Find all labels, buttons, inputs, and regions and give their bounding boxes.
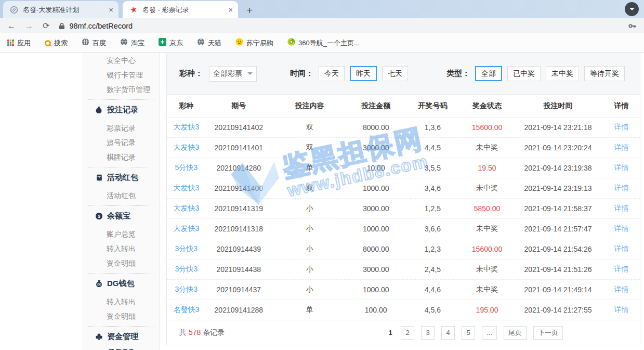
type-filter-button[interactable]: 等待开奖 [584,66,625,81]
sidebar-item[interactable]: 彩票记录 [83,121,160,135]
browser-tab-inactive[interactable]: 名發-大发精准计划 × [3,1,119,18]
sidebar-section-header[interactable]: 投注记录 [83,102,160,117]
cell-amount: 3000.00 [348,265,404,274]
time-filter-button[interactable]: 昨天 [350,66,377,81]
sidebar-item[interactable]: 棋牌记录 [83,150,160,164]
sidebar-section-label: 资金管理 [107,332,138,342]
page-button[interactable]: ... [482,326,497,340]
cell-time: 2021-09-14 21:51:26 [513,265,603,274]
sidebar-section-header[interactable]: DGDG钱包 [83,276,160,291]
table-row: 3分快320210914439小8000.001,2,315600.002021… [167,239,640,260]
sidebar-divider [88,273,154,274]
reload-icon[interactable]: ⟳ [43,22,49,30]
sidebar-item[interactable]: 活动红包 [83,188,160,203]
bet-record-panel: 彩种： 全部彩票 时间： 今天昨天七天 类型： 全部已中奖未中奖等待开奖 彩种期… [166,53,640,345]
tab-title: 名發 - 彩票记录 [142,5,224,15]
detail-link[interactable]: 详情 [603,265,640,274]
apps-grid-icon [7,40,14,46]
sidebar-section-header[interactable]: 资金管理 [83,329,160,344]
browser-tab-active[interactable]: ★ 名發 - 彩票记录 × [123,1,238,18]
cell-amount: 100.00 [348,306,404,314]
sidebar-item[interactable]: 转入转出 [83,294,160,309]
type-filter-button[interactable]: 全部 [475,66,502,81]
type-filter-button[interactable]: 已中奖 [507,66,541,81]
column-header: 奖金状态 [461,101,513,111]
sidebar-item[interactable]: 银行卡管理 [83,68,160,82]
detail-link[interactable]: 详情 [603,143,640,152]
sidebar-section-header[interactable]: $余额宝 [83,209,160,223]
url-text[interactable]: 98mf.cc/betRecord [69,22,133,30]
new-tab-button[interactable]: + [246,5,253,16]
tab-close-icon[interactable]: × [109,5,113,14]
page-button[interactable]: 5 [462,326,475,340]
sidebar-item[interactable]: 安全中心 [83,53,160,68]
red-packet-icon [95,174,103,182]
striped-circle-icon [9,5,19,15]
lion-icon [235,38,243,48]
bookmark-tmall[interactable]: 天猫 [197,38,221,48]
forward-icon[interactable]: → [25,22,33,30]
time-filter-group: 今天昨天七天 [313,66,408,81]
detail-link[interactable]: 详情 [603,184,640,193]
type-filter-button[interactable]: 未中奖 [546,66,579,81]
browser-tab-bar: 名發-大发精准计划 × ★ 名發 - 彩票记录 × + [0,0,644,18]
bookmark-apps[interactable]: 应用 [7,38,31,48]
detail-link[interactable]: 详情 [603,285,640,294]
browser-menu-circle-icon[interactable] [625,2,639,16]
cell-time: 2021-09-14 23:19:38 [513,164,603,172]
sidebar-item[interactable]: 追号记录 [83,135,160,150]
page-button[interactable]: 2 [401,326,414,340]
cell-amount: 1000.00 [348,225,404,233]
column-header: 彩种 [167,101,206,111]
cell-status: 5850.00 [461,204,513,213]
time-filter-button[interactable]: 今天 [319,66,345,81]
cell-lottery: 3分快3 [167,244,206,254]
sidebar-item[interactable]: 转入转出 [83,241,160,256]
detail-link[interactable]: 详情 [603,163,640,173]
detail-link[interactable]: 详情 [603,204,640,213]
cell-amount: 3000.00 [348,204,404,213]
cell-status: 未中奖 [461,143,513,152]
cell-content: 双 [272,184,348,193]
detail-link[interactable]: 详情 [603,123,640,132]
next-page-button[interactable]: 下一页 [533,326,563,340]
bookmark-360nav[interactable]: 360导航_一个主页... [287,38,360,48]
back-icon[interactable]: ← [7,22,16,30]
tab-close-icon[interactable]: × [228,5,233,14]
cell-content: 单 [272,305,348,315]
lottery-select[interactable]: 全部彩票 [209,66,257,82]
cell-issue: 202109141319 [206,204,272,213]
bookmark-suning[interactable]: 苏宁易购 [235,38,273,48]
bookmark-taobao[interactable]: 淘宝 [120,38,144,48]
last-page-button[interactable]: 尾页 [504,326,527,340]
cell-issue: 202109141402 [206,123,272,132]
sidebar-item[interactable]: 账户总览 [83,227,160,241]
cell-lottery: 大发快3 [167,184,206,193]
globe-icon [197,38,205,48]
sidebar-item[interactable]: 资金明细 [83,309,160,323]
lottery-select-value: 全部彩票 [213,69,242,79]
key-icon[interactable] [628,22,637,30]
sidebar-item[interactable]: 数字货币管理 [83,82,160,97]
bookmark-baidu[interactable]: 百度 [82,38,106,48]
cell-time: 2021-09-14 21:27:55 [513,306,603,314]
sidebar-section-header[interactable]: 活动红包 [83,170,160,185]
detail-link[interactable]: 详情 [603,224,640,234]
detail-link[interactable]: 详情 [603,305,640,315]
cell-status: 15600.00 [461,245,513,253]
detail-link[interactable]: 详情 [603,244,640,254]
column-header: 期号 [206,101,272,111]
bookmark-jd[interactable]: 京东 [159,38,183,48]
bookmark-label: 淘宝 [131,38,144,48]
cell-issue: 202109141318 [206,225,272,233]
cell-numbers: 3,5,5 [404,164,461,172]
cell-issue: 20210914438 [206,265,272,274]
page-button[interactable]: 3 [421,326,435,340]
page-button[interactable]: 4 [441,326,455,340]
cell-status: 未中奖 [461,265,513,274]
table-row: 5分快320210914280单10.003,5,519.502021-09-1… [167,158,640,178]
time-filter-button[interactable]: 七天 [382,66,408,81]
pagination-bar: 共578条记录 12345...尾页下一页 [167,320,640,345]
bookmark-search[interactable]: 搜索 [45,38,68,48]
sidebar-item[interactable]: 资金明细 [83,256,160,270]
